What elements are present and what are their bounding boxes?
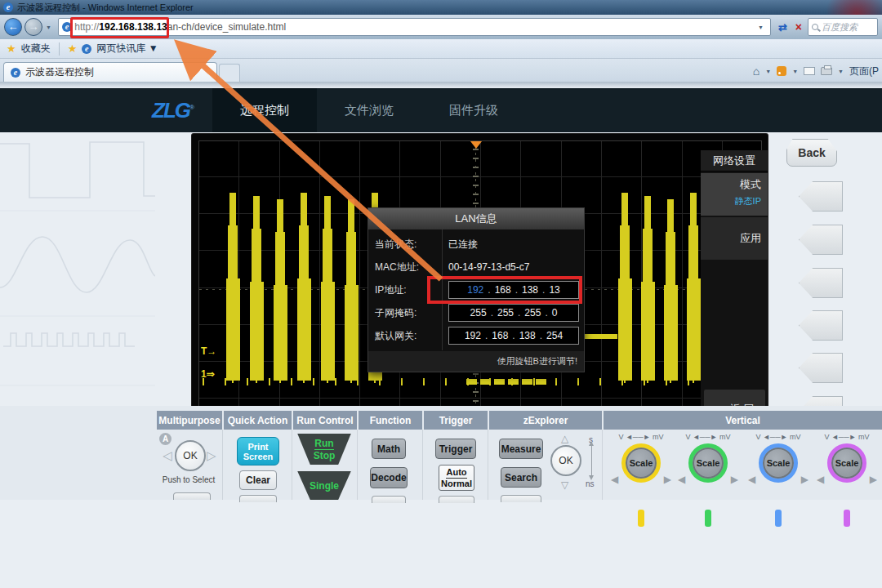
dialog-title: LAN信息 bbox=[368, 208, 584, 229]
clear-button[interactable]: Clear bbox=[239, 470, 277, 490]
partial-button[interactable] bbox=[439, 496, 474, 503]
scale-knob[interactable]: Scale bbox=[688, 443, 728, 483]
partial-button[interactable] bbox=[501, 495, 541, 502]
search-placeholder: 百度搜索 bbox=[822, 21, 858, 33]
multipurpose-ok-button[interactable]: OK bbox=[175, 440, 206, 471]
network-settings-menu: 网络设置 模式 静态IP 应用 ⇤ 返 回 bbox=[701, 150, 768, 432]
softkey-1[interactable] bbox=[799, 181, 843, 212]
knob-right-arrow-icon[interactable]: ▶ bbox=[870, 474, 877, 485]
knob-left-arrow-icon[interactable]: ◀ bbox=[611, 474, 618, 485]
status-value: 已连接 bbox=[442, 238, 478, 252]
unit-ns-label: ns bbox=[586, 479, 595, 488]
trigger-button[interactable]: Trigger bbox=[435, 439, 476, 459]
decode-button[interactable]: Decode bbox=[370, 467, 408, 488]
gateway-field[interactable]: 192.168.138.254 bbox=[448, 327, 579, 345]
softkey-3[interactable] bbox=[799, 268, 843, 298]
site-header: ZLG® 远程控制文件浏览固件升级 bbox=[0, 88, 882, 132]
rss-icon[interactable] bbox=[777, 66, 786, 76]
web-page: ZLG® 远程控制文件浏览固件升级 T→ 1⇒ 网络 bbox=[0, 88, 882, 588]
control-panel: MultipurposeQuick ActionRun ControlFunct… bbox=[0, 406, 882, 500]
octet: 192 bbox=[465, 330, 481, 341]
feeds-label[interactable]: 网页快讯库 ▼ bbox=[96, 42, 158, 56]
site-tab-0[interactable]: 远程控制 bbox=[212, 88, 317, 132]
search-button[interactable]: Search bbox=[501, 467, 541, 488]
octet: 255 bbox=[497, 307, 514, 318]
home-icon[interactable]: ⌂ bbox=[753, 65, 760, 78]
new-tab-button[interactable] bbox=[219, 64, 240, 82]
dial-down-icon[interactable]: ▽ bbox=[561, 479, 568, 491]
site-tab-1[interactable]: 文件浏览 bbox=[317, 88, 421, 132]
softkey-2[interactable] bbox=[799, 225, 843, 255]
partial-button[interactable] bbox=[372, 496, 406, 503]
favorites-star-icon[interactable]: ★ bbox=[7, 42, 16, 55]
url-path: an-ch/device_simulate.html bbox=[167, 21, 286, 33]
octet: 168 bbox=[492, 330, 508, 341]
page-menu-label[interactable]: 页面(P bbox=[849, 65, 879, 78]
back-icon[interactable]: ← bbox=[4, 18, 22, 36]
menu-item-mode[interactable]: 模式 静态IP bbox=[701, 173, 768, 216]
print-icon[interactable] bbox=[821, 67, 832, 75]
math-button[interactable]: Math bbox=[372, 439, 406, 459]
mac-value: 00-14-97-13-d5-c7 bbox=[442, 261, 529, 273]
partial-button[interactable] bbox=[239, 495, 277, 502]
softkey-5[interactable] bbox=[799, 353, 843, 383]
back-soft-button[interactable]: Back bbox=[786, 139, 837, 167]
section-header-multipurpose: Multipurpose bbox=[155, 411, 222, 430]
url-dropdown-icon[interactable]: ▼ bbox=[758, 24, 764, 30]
section-header-function: Function bbox=[357, 411, 422, 430]
tab-title: 示波器远程控制 bbox=[25, 65, 94, 79]
zexplorer-ok-button[interactable]: OK bbox=[550, 445, 581, 476]
print-screen-button[interactable]: Print Screen bbox=[237, 437, 279, 466]
history-dropdown-icon[interactable]: ▼ bbox=[46, 24, 51, 30]
site-nav: 远程控制文件浏览固件升级 bbox=[212, 88, 526, 132]
search-input[interactable]: 百度搜索 bbox=[808, 18, 878, 36]
knob-stem bbox=[844, 510, 850, 527]
knob-left-arrow-icon[interactable]: ◀ bbox=[748, 474, 755, 485]
section-header-zexplorer: zExplorer bbox=[488, 411, 602, 430]
run-stop-button[interactable]: Run Stop bbox=[292, 434, 356, 465]
subnet-mask-field[interactable]: 255.255.255.0 bbox=[448, 304, 579, 322]
print-dropdown-icon[interactable]: ▼ bbox=[838, 69, 844, 74]
search-icon bbox=[812, 24, 818, 30]
add-favorite-icon[interactable]: ★ bbox=[68, 42, 78, 55]
octet: 138 bbox=[519, 330, 536, 341]
favorites-label[interactable]: 收藏夹 bbox=[21, 42, 51, 56]
tab-oscilloscope-remote[interactable]: e 示波器远程控制 bbox=[3, 62, 217, 82]
chrome-page-divider bbox=[0, 82, 882, 88]
favorites-bar: ★ 收藏夹 ★ e 网页快讯库 ▼ bbox=[0, 39, 882, 59]
auto-normal-button[interactable]: Auto Normal bbox=[439, 465, 474, 491]
time-range-arrow-icon bbox=[591, 445, 592, 476]
single-button[interactable]: Single bbox=[292, 471, 356, 500]
knob-stem bbox=[775, 510, 782, 527]
forward-icon[interactable]: → bbox=[24, 18, 42, 36]
vertical-knob-ch4: V ◄──► mV◀Scale▶ bbox=[802, 433, 882, 483]
menu-title: 网络设置 bbox=[701, 150, 768, 172]
url-highlight-box bbox=[70, 17, 169, 38]
gateway-label: 默认网关: bbox=[368, 329, 442, 343]
section-header-trigger: Trigger bbox=[422, 411, 488, 430]
right-arrow-icon[interactable]: ▷ bbox=[207, 448, 216, 463]
scale-knob[interactable]: Scale bbox=[759, 443, 798, 483]
left-arrow-icon[interactable]: ◁ bbox=[163, 448, 172, 463]
section-header-vertical: Vertical bbox=[602, 411, 882, 430]
home-dropdown-icon[interactable]: ▼ bbox=[765, 69, 771, 74]
knob-a-badge: A bbox=[159, 433, 172, 445]
measure-button[interactable]: Measure bbox=[499, 439, 543, 459]
feed-e-icon: e bbox=[82, 44, 91, 54]
section-header-run-control: Run Control bbox=[292, 411, 357, 430]
partial-button[interactable] bbox=[173, 492, 211, 500]
stop-icon[interactable]: × bbox=[791, 20, 806, 33]
knob-left-arrow-icon[interactable]: ◀ bbox=[678, 474, 685, 485]
site-tab-2[interactable]: 固件升级 bbox=[421, 88, 526, 132]
dial-up-icon[interactable]: △ bbox=[561, 433, 568, 444]
scale-knob[interactable]: Scale bbox=[827, 443, 866, 483]
mail-icon[interactable] bbox=[804, 67, 815, 75]
knob-stem bbox=[638, 510, 644, 527]
refresh-icon[interactable]: ⇄ bbox=[774, 21, 791, 33]
lan-info-dialog: LAN信息 当前状态: 已连接 MAC地址: 00-14-97-13-d5-c7… bbox=[368, 207, 585, 372]
knob-left-arrow-icon[interactable]: ◀ bbox=[817, 474, 824, 485]
menu-item-apply[interactable]: 应用 bbox=[701, 217, 768, 260]
rss-dropdown-icon[interactable]: ▼ bbox=[792, 69, 798, 74]
softkey-4[interactable] bbox=[799, 310, 843, 341]
scale-knob[interactable]: Scale bbox=[621, 443, 661, 483]
